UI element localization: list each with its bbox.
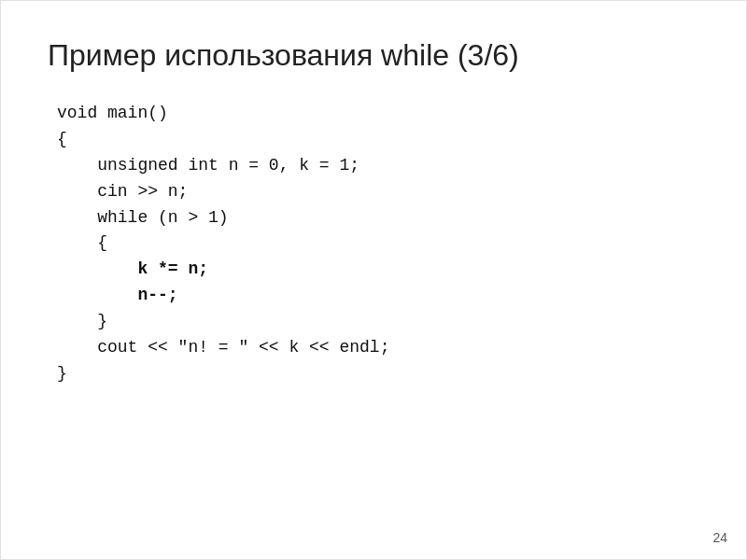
code-block: void main(){ unsigned int n = 0, k = 1; …	[57, 101, 699, 387]
code-line: k *= n;	[57, 257, 699, 283]
slide-number: 24	[712, 530, 727, 545]
code-line: cin >> n;	[57, 179, 699, 205]
code-line: }	[57, 309, 699, 335]
code-line: n--;	[57, 283, 699, 309]
code-line: {	[57, 231, 699, 257]
code-line: cout << "n! = " << k << endl;	[57, 335, 699, 361]
code-line: {	[57, 127, 699, 153]
code-line: }	[57, 361, 699, 387]
code-line: unsigned int n = 0, k = 1;	[57, 153, 699, 179]
slide-title: Пример использования while (3/6)	[48, 38, 699, 73]
slide: Пример использования while (3/6) void ma…	[0, 0, 747, 560]
code-line: void main()	[57, 101, 699, 127]
code-line: while (n > 1)	[57, 205, 699, 231]
